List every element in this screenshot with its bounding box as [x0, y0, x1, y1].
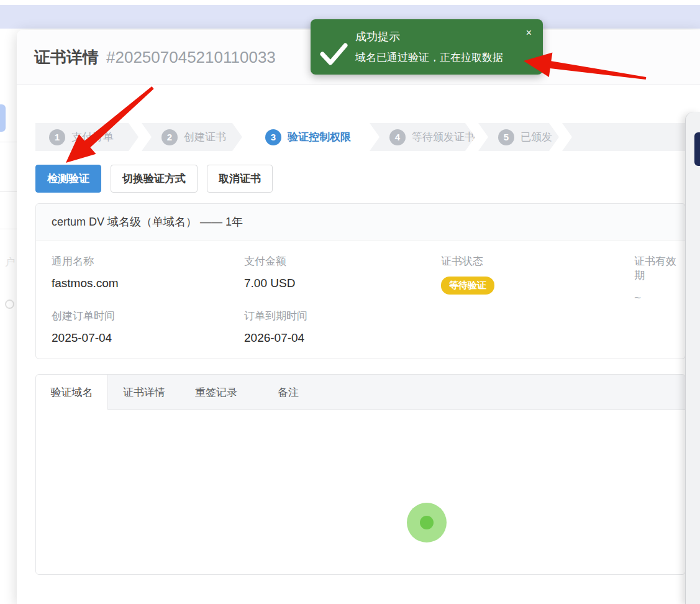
field-value: ~	[634, 291, 685, 304]
tab-remarks[interactable]: 备注	[252, 375, 324, 410]
status-badge: 等待验证	[441, 277, 494, 295]
field-order-created: 创建订单时间 2025-07-04	[52, 309, 115, 345]
loading-spinner-dot	[420, 516, 434, 529]
success-toast: 成功提示 域名已通过验证，正在拉取数据 ×	[311, 19, 543, 75]
background-divider	[0, 229, 17, 229]
action-toolbar: 检测验证 切换验证方式 取消证书	[35, 165, 273, 193]
step-number: 2	[161, 129, 178, 145]
step-issued: 5 已颁发	[478, 123, 559, 151]
tab-bar: 验证域名 证书详情 重签记录 备注	[36, 375, 685, 410]
background-nav-indicator	[0, 104, 6, 132]
step-label: 等待颁发证书	[412, 130, 475, 144]
field-value: 2026-07-04	[244, 331, 307, 345]
field-label: 证书有效期	[634, 254, 685, 283]
step-number: 5	[498, 129, 514, 145]
side-drawer-panel	[685, 112, 700, 604]
detail-tabs-panel: 验证域名 证书详情 重签记录 备注	[35, 374, 686, 575]
field-value: 7.00 USD	[244, 277, 295, 290]
field-value: 2025-07-04	[52, 331, 115, 345]
field-value: fastmos.com	[52, 277, 119, 290]
step-label: 创建证书	[184, 130, 226, 144]
field-order-expires: 订单到期时间 2026-07-04	[244, 309, 307, 345]
tab-content-area	[36, 410, 685, 575]
background-divider	[0, 191, 17, 192]
step-number: 1	[49, 129, 65, 145]
certificate-info-card: certum DV 域名级（单域名） —— 1年 通用名称 fastmos.co…	[35, 203, 686, 359]
switch-validation-method-button[interactable]: 切换验证方式	[111, 165, 198, 193]
cancel-certificate-button[interactable]: 取消证书	[207, 165, 273, 193]
step-verify-control: 3 验证控制权限	[245, 123, 366, 151]
side-drawer-button[interactable]	[694, 132, 700, 166]
step-label: 验证控制权限	[288, 130, 351, 144]
step-create-cert: 2 创建证书	[142, 123, 242, 151]
step-number: 3	[265, 129, 281, 145]
field-label: 支付金额	[244, 254, 295, 268]
step-label: 已颁发	[520, 130, 552, 144]
product-title: certum DV 域名级（单域名） —— 1年	[36, 204, 685, 240]
step-pay-order: 1 支付订单	[35, 123, 139, 151]
step-wizard: 1 支付订单 2 创建证书 3 验证控制权限 4 等待颁发证书 5 已颁发	[35, 123, 700, 151]
field-label: 创建订单时间	[52, 309, 115, 323]
tab-resign-records[interactable]: 重签记录	[180, 375, 252, 410]
loading-spinner-icon	[407, 503, 447, 542]
step-label: 支付订单	[71, 130, 114, 144]
step-filler	[562, 123, 700, 151]
field-label: 证书状态	[441, 254, 494, 268]
toast-message: 域名已通过验证，正在拉取数据	[355, 50, 503, 65]
page-title: 证书详情	[34, 47, 99, 68]
field-cert-validity: 证书有效期 ~	[634, 254, 685, 304]
tab-cert-details[interactable]: 证书详情	[108, 375, 180, 410]
background-text-fragment: 户	[5, 256, 15, 269]
check-icon	[319, 40, 348, 67]
certificate-detail-modal: 证书详情 #202507045210110033 1 支付订单 2 创建证书 3…	[17, 30, 700, 604]
step-wait-issue: 4 等待颁发证书	[370, 123, 475, 151]
tab-verify-domain[interactable]: 验证域名	[36, 375, 108, 410]
field-cert-status: 证书状态 等待验证	[441, 254, 494, 295]
field-label: 通用名称	[52, 254, 119, 268]
toast-title: 成功提示	[355, 29, 400, 44]
toast-close-icon[interactable]: ×	[526, 28, 532, 38]
background-divider	[0, 142, 17, 142]
field-payment-amount: 支付金额 7.00 USD	[244, 254, 295, 290]
order-number: #202507045210110033	[106, 48, 276, 67]
step-number: 4	[389, 129, 406, 145]
field-label: 订单到期时间	[244, 309, 307, 323]
check-validation-button[interactable]: 检测验证	[35, 165, 101, 193]
field-common-name: 通用名称 fastmos.com	[52, 254, 119, 290]
background-search-icon	[5, 300, 14, 309]
